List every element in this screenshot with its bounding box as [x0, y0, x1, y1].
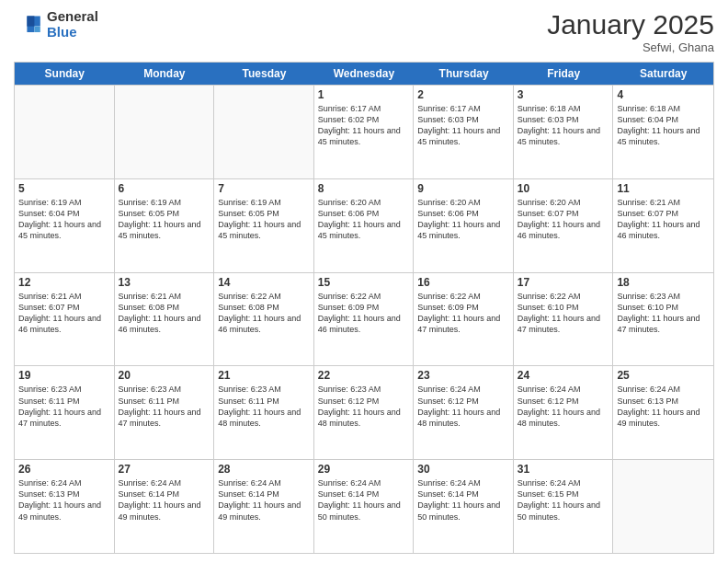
- calendar-cell-2-2: 14Sunrise: 6:22 AM Sunset: 6:08 PM Dayli…: [214, 273, 314, 366]
- cell-info: Sunrise: 6:23 AM Sunset: 6:11 PM Dayligh…: [218, 384, 310, 429]
- calendar-cell-2-0: 12Sunrise: 6:21 AM Sunset: 6:07 PM Dayli…: [15, 273, 115, 366]
- calendar-row-4: 26Sunrise: 6:24 AM Sunset: 6:13 PM Dayli…: [15, 459, 713, 553]
- calendar-cell-3-4: 23Sunrise: 6:24 AM Sunset: 6:12 PM Dayli…: [414, 366, 514, 459]
- day-number: 14: [218, 276, 310, 289]
- calendar: SundayMondayTuesdayWednesdayThursdayFrid…: [14, 62, 714, 554]
- day-number: 8: [318, 182, 410, 195]
- cell-info: Sunrise: 6:24 AM Sunset: 6:15 PM Dayligh…: [518, 477, 609, 523]
- cell-info: Sunrise: 6:23 AM Sunset: 6:12 PM Dayligh…: [318, 384, 410, 429]
- day-number: 31: [518, 463, 609, 476]
- calendar-cell-3-6: 25Sunrise: 6:24 AM Sunset: 6:13 PM Dayli…: [613, 366, 713, 459]
- day-number: 7: [218, 182, 310, 195]
- calendar-cell-4-0: 26Sunrise: 6:24 AM Sunset: 6:13 PM Dayli…: [15, 460, 115, 553]
- day-number: 13: [119, 276, 210, 289]
- cell-info: Sunrise: 6:22 AM Sunset: 6:09 PM Dayligh…: [417, 291, 509, 336]
- calendar-cell-3-5: 24Sunrise: 6:24 AM Sunset: 6:12 PM Dayli…: [514, 366, 614, 459]
- day-number: 10: [518, 182, 609, 195]
- calendar-cell-3-0: 19Sunrise: 6:23 AM Sunset: 6:11 PM Dayli…: [15, 366, 115, 459]
- calendar-cell-3-2: 21Sunrise: 6:23 AM Sunset: 6:11 PM Dayli…: [214, 366, 314, 459]
- calendar-cell-0-3: 1Sunrise: 6:17 AM Sunset: 6:02 PM Daylig…: [314, 86, 415, 178]
- day-number: 4: [617, 88, 710, 101]
- calendar-cell-2-4: 16Sunrise: 6:22 AM Sunset: 6:09 PM Dayli…: [414, 273, 514, 366]
- location-subtitle: Sefwi, Ghana: [547, 40, 714, 54]
- cell-info: Sunrise: 6:21 AM Sunset: 6:07 PM Dayligh…: [617, 197, 710, 242]
- cell-info: Sunrise: 6:20 AM Sunset: 6:07 PM Dayligh…: [518, 197, 609, 242]
- calendar-cell-1-4: 9Sunrise: 6:20 AM Sunset: 6:06 PM Daylig…: [414, 179, 514, 272]
- calendar-cell-3-3: 22Sunrise: 6:23 AM Sunset: 6:12 PM Dayli…: [314, 366, 415, 459]
- calendar-cell-1-6: 11Sunrise: 6:21 AM Sunset: 6:07 PM Dayli…: [613, 179, 713, 272]
- cell-info: Sunrise: 6:23 AM Sunset: 6:11 PM Dayligh…: [18, 384, 110, 429]
- calendar-row-2: 12Sunrise: 6:21 AM Sunset: 6:07 PM Dayli…: [15, 272, 713, 366]
- cell-info: Sunrise: 6:18 AM Sunset: 6:04 PM Dayligh…: [617, 103, 710, 148]
- day-number: 6: [119, 182, 210, 195]
- cell-info: Sunrise: 6:19 AM Sunset: 6:05 PM Dayligh…: [119, 197, 210, 242]
- calendar-cell-0-5: 3Sunrise: 6:18 AM Sunset: 6:03 PM Daylig…: [514, 86, 614, 178]
- title-block: January 2025 Sefwi, Ghana: [547, 9, 714, 54]
- cell-info: Sunrise: 6:19 AM Sunset: 6:05 PM Dayligh…: [218, 197, 310, 242]
- calendar-cell-4-6: [613, 460, 713, 553]
- cell-info: Sunrise: 6:23 AM Sunset: 6:11 PM Dayligh…: [119, 384, 210, 429]
- cell-info: Sunrise: 6:22 AM Sunset: 6:09 PM Dayligh…: [318, 291, 410, 336]
- day-number: 29: [318, 463, 410, 476]
- svg-marker-2: [34, 26, 40, 31]
- calendar-cell-4-5: 31Sunrise: 6:24 AM Sunset: 6:15 PM Dayli…: [514, 460, 614, 553]
- day-number: 27: [119, 463, 210, 476]
- page: General Blue January 2025 Sefwi, Ghana S…: [0, 0, 728, 563]
- svg-marker-1: [27, 16, 34, 26]
- cell-info: Sunrise: 6:20 AM Sunset: 6:06 PM Dayligh…: [318, 197, 410, 242]
- calendar-cell-0-1: [115, 86, 215, 178]
- calendar-cell-1-3: 8Sunrise: 6:20 AM Sunset: 6:06 PM Daylig…: [314, 179, 415, 272]
- month-title: January 2025: [547, 9, 714, 40]
- logo-blue: Blue: [47, 25, 98, 40]
- logo-general: General: [47, 9, 98, 25]
- calendar-cell-0-2: [214, 86, 314, 178]
- cell-info: Sunrise: 6:24 AM Sunset: 6:13 PM Dayligh…: [617, 384, 710, 429]
- day-number: 20: [119, 369, 210, 382]
- cell-info: Sunrise: 6:24 AM Sunset: 6:13 PM Dayligh…: [18, 477, 110, 523]
- day-number: 12: [18, 276, 110, 289]
- day-number: 17: [518, 276, 609, 289]
- cell-info: Sunrise: 6:24 AM Sunset: 6:12 PM Dayligh…: [518, 384, 609, 429]
- calendar-header: SundayMondayTuesdayWednesdayThursdayFrid…: [15, 63, 713, 85]
- calendar-cell-1-0: 5Sunrise: 6:19 AM Sunset: 6:04 PM Daylig…: [15, 179, 115, 272]
- cell-info: Sunrise: 6:20 AM Sunset: 6:06 PM Dayligh…: [417, 197, 509, 242]
- calendar-cell-0-6: 4Sunrise: 6:18 AM Sunset: 6:04 PM Daylig…: [613, 86, 713, 178]
- day-number: 25: [617, 369, 710, 382]
- day-number: 16: [417, 276, 509, 289]
- day-number: 9: [417, 182, 509, 195]
- cell-info: Sunrise: 6:24 AM Sunset: 6:14 PM Dayligh…: [119, 477, 210, 523]
- calendar-row-3: 19Sunrise: 6:23 AM Sunset: 6:11 PM Dayli…: [15, 365, 713, 459]
- cell-info: Sunrise: 6:22 AM Sunset: 6:08 PM Dayligh…: [218, 291, 310, 336]
- header-day-monday: Monday: [115, 63, 215, 85]
- logo-icon: [14, 10, 43, 40]
- cell-info: Sunrise: 6:24 AM Sunset: 6:14 PM Dayligh…: [318, 477, 410, 523]
- logo-text: General Blue: [47, 9, 98, 40]
- cell-info: Sunrise: 6:24 AM Sunset: 6:14 PM Dayligh…: [218, 477, 310, 523]
- calendar-cell-4-3: 29Sunrise: 6:24 AM Sunset: 6:14 PM Dayli…: [314, 460, 415, 553]
- day-number: 28: [218, 463, 310, 476]
- day-number: 26: [18, 463, 110, 476]
- day-number: 30: [417, 463, 509, 476]
- calendar-cell-2-6: 18Sunrise: 6:23 AM Sunset: 6:10 PM Dayli…: [613, 273, 713, 366]
- calendar-row-0: 1Sunrise: 6:17 AM Sunset: 6:02 PM Daylig…: [15, 85, 713, 178]
- calendar-cell-4-2: 28Sunrise: 6:24 AM Sunset: 6:14 PM Dayli…: [214, 460, 314, 553]
- day-number: 19: [18, 369, 110, 382]
- cell-info: Sunrise: 6:24 AM Sunset: 6:12 PM Dayligh…: [417, 384, 509, 429]
- calendar-cell-3-1: 20Sunrise: 6:23 AM Sunset: 6:11 PM Dayli…: [115, 366, 215, 459]
- header-day-wednesday: Wednesday: [314, 63, 415, 85]
- cell-info: Sunrise: 6:17 AM Sunset: 6:03 PM Dayligh…: [417, 103, 509, 148]
- day-number: 2: [417, 88, 509, 101]
- header-day-saturday: Saturday: [613, 63, 713, 85]
- day-number: 21: [218, 369, 310, 382]
- cell-info: Sunrise: 6:22 AM Sunset: 6:10 PM Dayligh…: [518, 291, 609, 336]
- day-number: 3: [518, 88, 609, 101]
- calendar-row-1: 5Sunrise: 6:19 AM Sunset: 6:04 PM Daylig…: [15, 178, 713, 272]
- header-day-sunday: Sunday: [15, 63, 115, 85]
- day-number: 18: [617, 276, 710, 289]
- cell-info: Sunrise: 6:21 AM Sunset: 6:07 PM Dayligh…: [18, 291, 110, 336]
- calendar-cell-1-5: 10Sunrise: 6:20 AM Sunset: 6:07 PM Dayli…: [514, 179, 614, 272]
- cell-info: Sunrise: 6:23 AM Sunset: 6:10 PM Dayligh…: [617, 291, 710, 336]
- day-number: 1: [318, 88, 410, 101]
- header-day-tuesday: Tuesday: [214, 63, 314, 85]
- calendar-cell-4-1: 27Sunrise: 6:24 AM Sunset: 6:14 PM Dayli…: [115, 460, 215, 553]
